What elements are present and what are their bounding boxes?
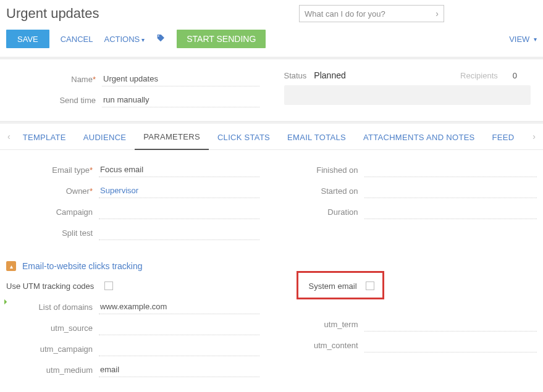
collapse-icon[interactable]: ▴ (6, 261, 16, 271)
tab-feed[interactable]: FEED (484, 124, 523, 149)
domains-label: List of domains (6, 302, 99, 312)
search-placeholder: What can I do for you? (305, 9, 436, 19)
view-label: VIEW (509, 35, 529, 44)
email-type-field[interactable]: Focus email (99, 162, 259, 177)
recipients-label: Recipients (460, 71, 498, 80)
owner-field[interactable]: Supervisor (99, 183, 259, 198)
tab-template[interactable]: TEMPLATE (14, 124, 75, 149)
actions-label: ACTIONS (104, 35, 140, 44)
name-label: Name* (12, 75, 102, 84)
system-email-label: System email (309, 281, 357, 291)
utm-campaign-field[interactable] (99, 341, 259, 356)
page-title: Urgent updates (6, 6, 99, 22)
tab-scroll-right[interactable]: › (529, 131, 539, 141)
utm-codes-checkbox[interactable] (104, 281, 113, 290)
status-value: Planned (314, 70, 388, 80)
domains-field[interactable]: www.example.com (99, 299, 259, 314)
sendtime-field[interactable]: run manually (102, 93, 259, 107)
view-dropdown[interactable]: VIEW ▾ (509, 35, 537, 44)
utm-medium-label: utm_medium (6, 365, 99, 375)
tab-email-totals[interactable]: EMAIL TOTALS (279, 124, 355, 149)
utm-term-label: utm_term (284, 320, 364, 329)
finished-on-label: Finished on (284, 165, 364, 175)
name-field[interactable]: Urgent updates (102, 72, 259, 86)
utm-content-label: utm_content (284, 341, 364, 350)
campaign-field[interactable] (99, 204, 259, 219)
tab-scroll-left[interactable]: ‹ (4, 131, 14, 141)
sendtime-label: Send time (12, 96, 102, 105)
started-on-field[interactable] (364, 183, 537, 198)
tab-attachments[interactable]: ATTACHMENTS AND NOTES (355, 124, 484, 149)
save-button[interactable]: SAVE (6, 30, 49, 48)
finished-on-field[interactable] (364, 162, 537, 177)
caret-down-icon: ▾ (534, 36, 537, 43)
campaign-label: Campaign (6, 207, 99, 217)
status-label: Status (284, 71, 307, 80)
system-email-checkbox[interactable] (366, 281, 374, 290)
utm-content-field[interactable] (364, 338, 537, 352)
progress-bar (284, 85, 531, 105)
started-on-label: Started on (284, 186, 364, 196)
caret-down-icon: ▾ (141, 36, 145, 43)
actions-dropdown[interactable]: ACTIONS▾ (104, 35, 145, 44)
split-test-label: Split test (6, 228, 99, 238)
utm-term-field[interactable] (364, 317, 537, 332)
global-search[interactable]: What can I do for you? › (299, 5, 444, 22)
tracking-section-title[interactable]: Email-to-website clicks tracking (22, 261, 143, 271)
split-test-field[interactable] (99, 225, 259, 240)
email-type-label: Email type* (6, 165, 99, 175)
utm-codes-label: Use UTM tracking codes (6, 281, 96, 291)
start-sending-button[interactable]: START SENDING (177, 30, 266, 48)
duration-field[interactable] (364, 204, 537, 219)
duration-label: Duration (284, 207, 364, 217)
chevron-right-icon: › (436, 9, 439, 19)
tab-parameters[interactable]: PARAMETERS (135, 123, 209, 150)
owner-label: Owner* (6, 186, 99, 196)
utm-medium-field[interactable]: email (99, 362, 259, 377)
tab-click-stats[interactable]: CLICK STATS (209, 124, 279, 149)
utm-source-label: utm_source (6, 323, 99, 333)
utm-source-field[interactable] (99, 320, 259, 335)
tab-audience[interactable]: AUDIENCE (75, 124, 135, 149)
utm-campaign-label: utm_campaign (6, 344, 99, 354)
recipients-value: 0 (513, 71, 517, 80)
tag-icon[interactable] (156, 33, 166, 45)
cancel-button[interactable]: CANCEL (61, 35, 93, 44)
